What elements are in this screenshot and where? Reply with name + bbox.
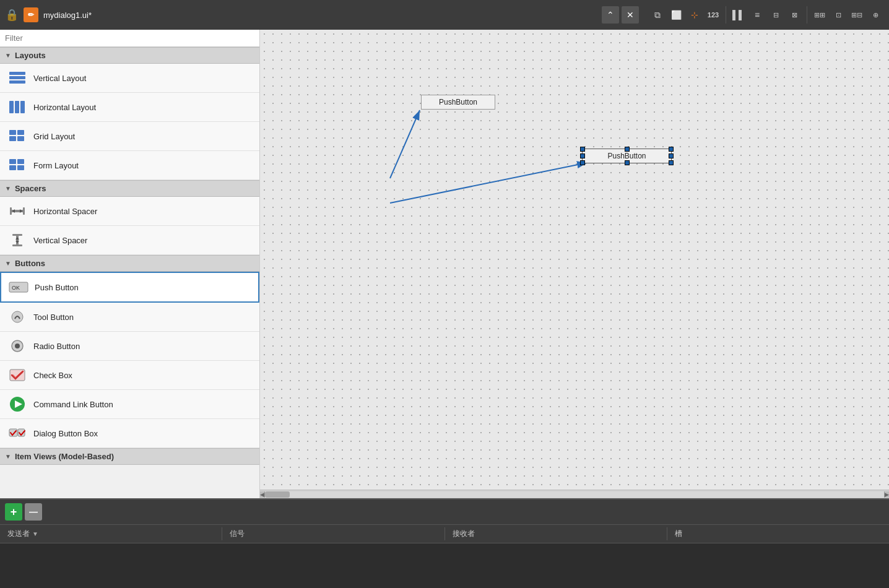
svg-line-35 xyxy=(390,110,420,178)
canvas-pushbutton-1[interactable]: PushButton xyxy=(421,95,495,110)
category-spacers[interactable]: ▼ Spacers xyxy=(0,180,259,197)
category-item-views[interactable]: ▼ Item Views (Model-Based) xyxy=(0,448,259,465)
col-signal-label: 信号 xyxy=(230,529,245,538)
toolbar-preview-icon[interactable]: ⊕ xyxy=(867,6,884,24)
toolbar-snap-icon[interactable]: ⬜ xyxy=(667,6,685,24)
toolbar-separator-2 xyxy=(807,6,807,24)
toolbar-cursor-icon[interactable]: ⊹ xyxy=(686,6,703,24)
filter-input[interactable] xyxy=(0,30,259,47)
main-layout: ▼ Layouts Vertical Layout xyxy=(0,30,889,588)
toolbar-hline-icon[interactable]: ▌▌ xyxy=(730,6,747,24)
toolbar-grid-icon[interactable]: ⊞⊞ xyxy=(811,6,828,24)
canvas-pushbutton-2[interactable]: PushButton xyxy=(582,149,672,163)
item-form-layout[interactable]: Form Layout xyxy=(0,151,259,180)
layouts-arrow: ▼ xyxy=(5,52,11,59)
scroll-right-btn[interactable]: ▶ xyxy=(884,491,889,498)
toolbar-varalign-icon[interactable]: ⊠ xyxy=(786,6,803,24)
horizontal-layout-icon xyxy=(7,97,27,117)
horizontal-spacer-icon xyxy=(7,201,27,221)
handle-mr[interactable] xyxy=(669,153,674,158)
svg-rect-15 xyxy=(10,207,12,215)
dialog-button-box-icon xyxy=(7,423,27,443)
handle-br[interactable] xyxy=(669,160,674,165)
svg-rect-10 xyxy=(9,159,16,164)
handle-tr[interactable] xyxy=(669,147,674,152)
svg-rect-4 xyxy=(15,101,19,113)
toolbar: ⧉ ⬜ ⊹ 123 ▌▌ ≡ ⊟ ⊠ ⊞⊞ ⊡ ⊞⊟ ⊕ xyxy=(649,6,884,24)
title-bar-close-btn[interactable]: ✕ xyxy=(622,6,639,24)
toolbar-halign-icon[interactable]: ⊟ xyxy=(767,6,784,24)
svg-rect-8 xyxy=(9,136,16,141)
category-buttons[interactable]: ▼ Buttons xyxy=(0,255,259,272)
svg-rect-3 xyxy=(9,101,14,113)
title-bar-up-btn[interactable]: ⌃ xyxy=(602,6,619,24)
spacers-arrow: ▼ xyxy=(5,185,11,192)
remove-connection-btn[interactable]: — xyxy=(25,503,42,521)
canvas-scrollbar-h[interactable]: ◀ ▶ xyxy=(260,490,889,498)
item-command-link-button[interactable]: Command Link Button xyxy=(0,390,259,419)
col-sender-sort-icon[interactable]: ▼ xyxy=(32,530,38,537)
svg-rect-9 xyxy=(17,136,24,141)
col-slot-label: 槽 xyxy=(675,529,682,538)
item-tool-button[interactable]: Tool Button xyxy=(0,303,259,332)
horizontal-layout-label: Horizontal Layout xyxy=(33,103,96,112)
handle-tm[interactable] xyxy=(625,147,630,152)
content-area: ▼ Layouts Vertical Layout xyxy=(0,30,889,498)
canvas-arrows xyxy=(260,30,889,498)
item-horizontal-spacer[interactable]: Horizontal Spacer xyxy=(0,197,259,226)
toolbar-label-icon[interactable]: 123 xyxy=(705,6,722,24)
svg-marker-23 xyxy=(15,241,19,243)
handle-bm[interactable] xyxy=(625,160,630,165)
col-sender: 发送者 ▼ xyxy=(0,527,222,540)
toolbar-separator-1 xyxy=(726,6,726,24)
svg-marker-22 xyxy=(15,237,19,240)
item-views-arrow: ▼ xyxy=(5,453,11,460)
canvas-area[interactable]: PushButton PushButton ◀ xyxy=(260,30,889,498)
svg-rect-16 xyxy=(23,207,25,215)
svg-rect-21 xyxy=(12,244,22,246)
title-bar: 🔒 ✏ mydialog1.ui* ⌃ ✕ ⧉ ⬜ ⊹ 123 ▌▌ ≡ ⊟ ⊠… xyxy=(0,0,889,30)
grid-layout-label: Grid Layout xyxy=(33,132,75,141)
svg-rect-7 xyxy=(17,130,24,135)
vertical-spacer-label: Vertical Spacer xyxy=(33,236,87,245)
svg-rect-12 xyxy=(9,165,16,170)
push-button-icon: OK xyxy=(9,277,28,297)
svg-rect-6 xyxy=(9,130,16,135)
item-grid-layout[interactable]: Grid Layout xyxy=(0,122,259,151)
item-vertical-spacer[interactable]: Vertical Spacer xyxy=(0,226,259,255)
canvas-dotted[interactable]: PushButton PushButton ◀ xyxy=(260,30,889,498)
push-button-label: Push Button xyxy=(35,283,79,292)
toolbar-float-icon[interactable]: ⧉ xyxy=(649,6,666,24)
handle-tl[interactable] xyxy=(580,147,585,152)
item-push-button[interactable]: OK Push Button xyxy=(0,272,259,303)
scroll-left-btn[interactable]: ◀ xyxy=(260,491,265,498)
handle-bl[interactable] xyxy=(580,160,585,165)
horizontal-spacer-label: Horizontal Spacer xyxy=(33,207,97,216)
svg-line-36 xyxy=(390,163,587,203)
col-sender-label: 发送者 xyxy=(7,529,30,539)
svg-rect-14 xyxy=(10,210,25,212)
col-slot: 槽 xyxy=(667,527,889,540)
bottom-panel: + — 发送者 ▼ 信号 接收者 槽 xyxy=(0,498,889,588)
svg-text:OK: OK xyxy=(12,285,20,291)
toolbar-signal-icon[interactable]: ⊞⊟ xyxy=(848,6,865,24)
form-layout-label: Form Layout xyxy=(33,161,79,170)
toolbar-hlist-icon[interactable]: ≡ xyxy=(748,6,766,24)
svg-rect-11 xyxy=(17,159,24,164)
item-vertical-layout[interactable]: Vertical Layout xyxy=(0,64,259,93)
category-spacers-label: Spacers xyxy=(15,184,46,193)
handle-ml[interactable] xyxy=(580,153,585,158)
item-horizontal-layout[interactable]: Horizontal Layout xyxy=(0,93,259,122)
vertical-spacer-icon xyxy=(7,230,27,250)
scroll-thumb[interactable] xyxy=(265,491,290,498)
canvas-pushbutton-1-label: PushButton xyxy=(439,98,477,106)
title-bar-actions: ⌃ ✕ xyxy=(602,6,639,24)
toolbar-prop-icon[interactable]: ⊡ xyxy=(830,6,847,24)
add-connection-btn[interactable]: + xyxy=(5,503,22,521)
vertical-layout-icon xyxy=(7,68,27,88)
item-dialog-button-box[interactable]: Dialog Button Box xyxy=(0,419,259,448)
item-radio-button[interactable]: Radio Button xyxy=(0,332,259,361)
item-check-box[interactable]: Check Box xyxy=(0,361,259,390)
radio-button-label: Radio Button xyxy=(33,342,80,351)
category-layouts[interactable]: ▼ Layouts xyxy=(0,47,259,64)
